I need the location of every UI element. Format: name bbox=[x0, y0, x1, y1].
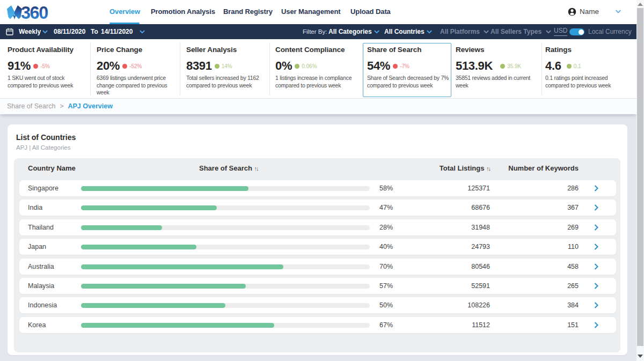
svg-text:360: 360 bbox=[21, 5, 48, 19]
